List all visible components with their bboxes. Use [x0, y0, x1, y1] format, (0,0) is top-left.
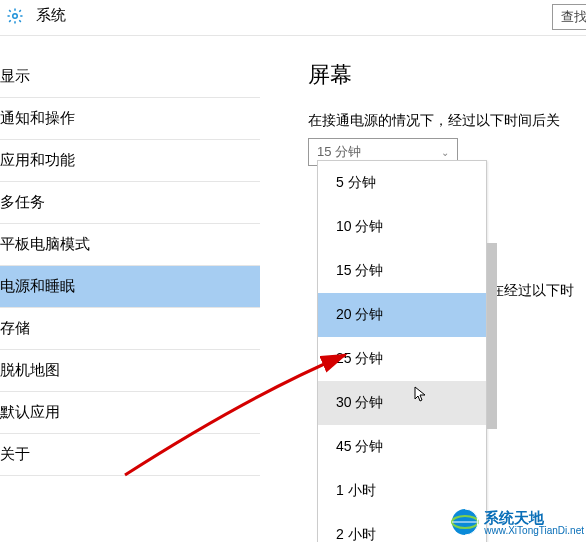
option-label: 2 小时	[336, 526, 376, 542]
dropdown-option-45min[interactable]: 45 分钟	[318, 425, 486, 469]
option-label: 30 分钟	[336, 394, 383, 410]
sidebar-item-label: 平板电脑模式	[0, 235, 90, 252]
option-label: 20 分钟	[336, 306, 383, 322]
option-label: 5 分钟	[336, 174, 376, 190]
dropdown-option-10min[interactable]: 10 分钟	[318, 205, 486, 249]
setting-label: 在接通电源的情况下，经过以下时间后关	[308, 112, 586, 130]
option-label: 10 分钟	[336, 218, 383, 234]
option-label: 1 小时	[336, 482, 376, 498]
sidebar-item-multitask[interactable]: 多任务	[0, 182, 260, 224]
sidebar-item-label: 通知和操作	[0, 109, 75, 126]
option-label: 25 分钟	[336, 350, 383, 366]
sidebar-item-label: 关于	[0, 445, 30, 462]
section-title: 屏幕	[308, 60, 586, 90]
sidebar: 显示 通知和操作 应用和功能 多任务 平板电脑模式 电源和睡眠 存储 脱机地图 …	[0, 36, 260, 542]
sidebar-item-label: 多任务	[0, 193, 45, 210]
watermark: 系统天地 www.XiTongTianDi.net	[450, 507, 584, 540]
dropdown-option-30min[interactable]: 30 分钟	[318, 381, 486, 425]
select-value: 15 分钟	[317, 143, 361, 161]
sidebar-item-label: 存储	[0, 319, 30, 336]
sidebar-item-notifications[interactable]: 通知和操作	[0, 98, 260, 140]
watermark-title: 系统天地	[484, 510, 584, 526]
search-input[interactable]: 查找	[552, 4, 586, 30]
svg-point-0	[13, 13, 18, 18]
dropdown-option-15min[interactable]: 15 分钟	[318, 249, 486, 293]
dropdown-scrollbar[interactable]	[487, 243, 497, 429]
chevron-down-icon: ⌄	[441, 147, 449, 158]
page-title: 系统	[36, 6, 66, 25]
gear-icon	[6, 7, 24, 25]
sidebar-item-label: 显示	[0, 67, 30, 84]
option-label: 45 分钟	[336, 438, 383, 454]
sidebar-item-apps[interactable]: 应用和功能	[0, 140, 260, 182]
watermark-url: www.XiTongTianDi.net	[484, 526, 584, 537]
sidebar-item-label: 应用和功能	[0, 151, 75, 168]
dropdown-option-25min[interactable]: 25 分钟	[318, 337, 486, 381]
dropdown-option-5min[interactable]: 5 分钟	[318, 161, 486, 205]
secondary-setting-label: 在经过以下时	[490, 282, 574, 300]
time-dropdown: 5 分钟 10 分钟 15 分钟 20 分钟 25 分钟 30 分钟 45 分钟…	[317, 160, 487, 542]
sidebar-item-display[interactable]: 显示	[0, 56, 260, 98]
sidebar-item-about[interactable]: 关于	[0, 434, 260, 476]
sidebar-item-offline-maps[interactable]: 脱机地图	[0, 350, 260, 392]
dropdown-option-20min[interactable]: 20 分钟	[318, 293, 486, 337]
sidebar-item-power-sleep[interactable]: 电源和睡眠	[0, 266, 260, 308]
sidebar-item-storage[interactable]: 存储	[0, 308, 260, 350]
sidebar-item-label: 默认应用	[0, 403, 60, 420]
sidebar-item-label: 脱机地图	[0, 361, 60, 378]
globe-icon	[450, 507, 480, 540]
sidebar-item-default-apps[interactable]: 默认应用	[0, 392, 260, 434]
sidebar-item-label: 电源和睡眠	[0, 277, 75, 294]
sidebar-item-tablet[interactable]: 平板电脑模式	[0, 224, 260, 266]
scrollbar-thumb[interactable]	[487, 243, 497, 429]
option-label: 15 分钟	[336, 262, 383, 278]
